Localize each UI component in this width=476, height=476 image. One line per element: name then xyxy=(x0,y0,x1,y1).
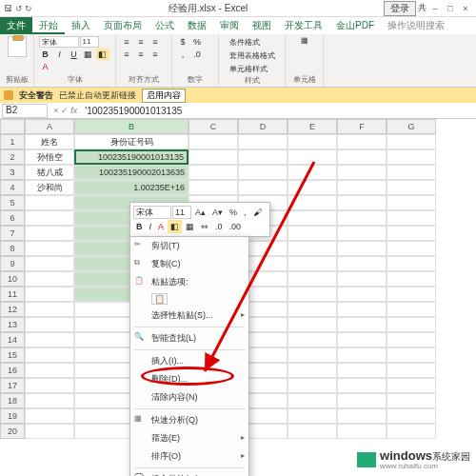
cell-E3[interactable] xyxy=(288,165,337,180)
cell-r20c5[interactable] xyxy=(337,424,387,439)
cell-r18c0[interactable] xyxy=(25,393,74,408)
cell-r9c6[interactable] xyxy=(387,256,436,271)
mini-comma-icon[interactable]: , xyxy=(241,206,249,219)
cell-r16c4[interactable] xyxy=(288,363,337,378)
ctx-filter[interactable]: 筛选(E)▸ xyxy=(130,429,248,447)
cell-C4[interactable] xyxy=(188,180,238,195)
cell-r16c0[interactable] xyxy=(25,363,74,378)
cell-E4[interactable] xyxy=(288,180,337,195)
inc-dec-icon[interactable]: .0 xyxy=(190,49,204,60)
cell-F1[interactable] xyxy=(337,134,387,149)
close-button[interactable]: × xyxy=(459,2,472,15)
cell-r7c5[interactable] xyxy=(337,226,387,241)
col-G[interactable]: G xyxy=(387,119,436,134)
cell-r12c6[interactable] xyxy=(387,302,436,317)
cell-r16c5[interactable] xyxy=(337,363,387,378)
cell-E2[interactable] xyxy=(288,149,337,165)
cell-r19c4[interactable] xyxy=(288,408,337,424)
cell-D1[interactable] xyxy=(238,134,288,149)
cell-r9c5[interactable] xyxy=(337,256,387,271)
row-7[interactable]: 7 xyxy=(0,226,25,241)
cell-G2[interactable] xyxy=(387,149,436,165)
row-13[interactable]: 13 xyxy=(0,317,25,332)
cell-r9c0[interactable] xyxy=(25,256,74,271)
cell-r6c4[interactable] xyxy=(288,210,337,226)
tab-insert[interactable]: 插入 xyxy=(65,17,97,34)
share-icon[interactable]: 共 xyxy=(418,2,426,14)
fx-icon[interactable]: × ✓ fx xyxy=(50,106,81,115)
tab-tellme[interactable]: 操作说明搜索 xyxy=(381,17,451,34)
mini-italic-icon[interactable]: I xyxy=(147,220,155,233)
cell-F2[interactable] xyxy=(337,149,387,165)
comma-icon[interactable]: , xyxy=(176,49,189,60)
paste-default-icon[interactable]: 📋 xyxy=(151,293,168,305)
cell-r10c5[interactable] xyxy=(337,271,387,287)
name-box[interactable]: B2 xyxy=(2,104,48,118)
cell-G3[interactable] xyxy=(387,165,436,180)
row-20[interactable]: 20 xyxy=(0,424,25,439)
tab-formula[interactable]: 公式 xyxy=(149,17,181,34)
cell-r11c4[interactable] xyxy=(288,287,337,302)
cell-r14c0[interactable] xyxy=(25,332,74,347)
cell-r14c4[interactable] xyxy=(288,332,337,347)
mini-shrink-font-icon[interactable]: A▾ xyxy=(209,206,226,219)
col-C[interactable]: C xyxy=(188,119,238,134)
cell-r11c5[interactable] xyxy=(337,287,387,302)
cell-r9c4[interactable] xyxy=(288,256,337,271)
row-16[interactable]: 16 xyxy=(0,363,25,378)
cell-r15c5[interactable] xyxy=(337,347,387,363)
row-8[interactable]: 8 xyxy=(0,241,25,256)
cell-A1[interactable]: 姓名 xyxy=(25,134,74,149)
cell-r13c5[interactable] xyxy=(337,317,387,332)
cell-r5c6[interactable] xyxy=(387,195,436,210)
paste-icon[interactable] xyxy=(8,36,27,57)
cell-B2[interactable]: 100235190001013135 xyxy=(74,149,188,165)
cell-r12c4[interactable] xyxy=(288,302,337,317)
cell-r15c6[interactable] xyxy=(387,347,436,363)
mini-border-icon[interactable]: ▦ xyxy=(183,220,197,233)
cell-r8c6[interactable] xyxy=(387,241,436,256)
cell-r15c4[interactable] xyxy=(288,347,337,363)
italic-button[interactable]: I xyxy=(53,49,67,60)
align-right-icon[interactable]: ≡ xyxy=(149,49,162,60)
cell-D4[interactable] xyxy=(238,180,288,195)
cell-r20c6[interactable] xyxy=(387,424,436,439)
row-2[interactable]: 2 xyxy=(0,149,25,165)
mini-format-painter-icon[interactable]: 🖌 xyxy=(250,206,265,219)
cell-r18c6[interactable] xyxy=(387,393,436,408)
mini-dec-inc-icon[interactable]: .0 xyxy=(212,220,226,233)
cell-r19c6[interactable] xyxy=(387,408,436,424)
align-center-icon[interactable]: ≡ xyxy=(134,49,148,60)
row-5[interactable]: 5 xyxy=(0,195,25,210)
fill-color-button[interactable]: ◧ xyxy=(96,49,109,60)
cell-r8c5[interactable] xyxy=(337,241,387,256)
cell-r14c6[interactable] xyxy=(387,332,436,347)
mini-dec-dec-icon[interactable]: .00 xyxy=(227,220,245,233)
underline-button[interactable]: U xyxy=(68,49,81,60)
cell-r15c0[interactable] xyxy=(25,347,74,363)
tab-dev[interactable]: 开发工具 xyxy=(278,17,329,34)
cell-A2[interactable]: 孙悟空 xyxy=(25,149,74,165)
row-15[interactable]: 15 xyxy=(0,347,25,363)
ctx-sort[interactable]: 排序(O)▸ xyxy=(130,447,248,466)
cell-r12c0[interactable] xyxy=(25,302,74,317)
cell-B4[interactable]: 1.00235E+16 xyxy=(74,180,188,195)
font-size-select[interactable]: 11 xyxy=(80,36,99,48)
col-A[interactable]: A xyxy=(25,119,74,134)
row-1[interactable]: 1 xyxy=(0,134,25,149)
cell-r16c6[interactable] xyxy=(387,363,436,378)
font-name-select[interactable]: 宋体 xyxy=(39,36,79,48)
cell-r6c0[interactable] xyxy=(25,210,74,226)
font-color-button[interactable]: A xyxy=(39,61,52,72)
cell-r17c5[interactable] xyxy=(337,378,387,393)
col-D[interactable]: D xyxy=(238,119,288,134)
cell-r17c6[interactable] xyxy=(387,378,436,393)
cell-r17c4[interactable] xyxy=(288,378,337,393)
cell-r7c0[interactable] xyxy=(25,226,74,241)
cell-r5c5[interactable] xyxy=(337,195,387,210)
ctx-paste-special[interactable]: 选择性粘贴(S)...▸ xyxy=(130,307,248,325)
row-18[interactable]: 18 xyxy=(0,393,25,408)
row-14[interactable]: 14 xyxy=(0,332,25,347)
cell-r7c4[interactable] xyxy=(288,226,337,241)
cell-r19c0[interactable] xyxy=(25,408,74,424)
